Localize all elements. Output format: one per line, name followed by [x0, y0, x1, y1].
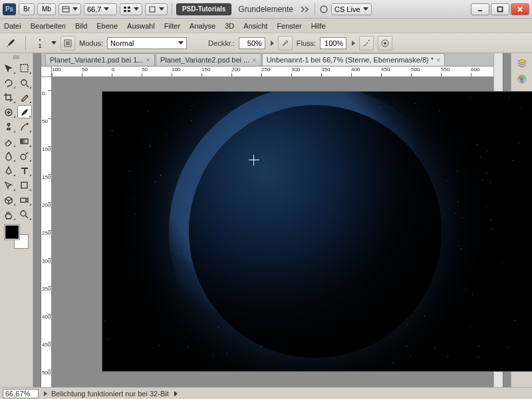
svg-rect-4	[124, 10, 126, 12]
zoom-tool[interactable]	[17, 207, 32, 221]
foreground-color[interactable]	[5, 225, 19, 239]
marquee-tool[interactable]	[17, 61, 32, 74]
current-tool-icon[interactable]	[4, 36, 19, 51]
type-tool[interactable]	[17, 164, 32, 177]
toolbox-grip[interactable]	[1, 55, 32, 60]
flow-input[interactable]: 100%	[320, 37, 346, 49]
left-gutter	[33, 53, 41, 387]
close-button[interactable]	[511, 3, 529, 15]
hand-tool[interactable]	[1, 207, 16, 221]
shape-tool[interactable]	[17, 178, 32, 192]
crosshair-cursor	[249, 155, 259, 166]
document-tab[interactable]: Planet_Variante2.psd bei ...×	[156, 53, 261, 66]
eyedropper-tool[interactable]	[17, 90, 32, 104]
svg-rect-21	[21, 139, 28, 144]
brush-tool[interactable]	[17, 105, 32, 118]
pen-tool[interactable]	[1, 164, 16, 177]
grid-icon	[123, 6, 131, 13]
path-select-tool[interactable]	[1, 178, 16, 192]
menu-datei[interactable]: Datei	[4, 22, 21, 30]
close-icon[interactable]: ×	[252, 56, 256, 64]
menu-ebene[interactable]: Ebene	[96, 22, 118, 30]
status-next[interactable]	[174, 391, 178, 396]
3d-camera-tool[interactable]	[17, 193, 32, 206]
bridge-button[interactable]: Br	[19, 3, 35, 15]
healing-tool[interactable]	[1, 105, 16, 118]
workspace-grundelemente[interactable]: Grundelemente	[234, 5, 297, 14]
document-tab[interactable]: Planet_Variante1.psd bei 1...×	[45, 53, 155, 66]
document-tab[interactable]: Unbenannt-1 bei 66,7% (Sterne, Ebenenmas…	[262, 53, 446, 66]
status-menu-toggle[interactable]	[44, 391, 47, 396]
canvas-area: Planet_Variante1.psd bei 1...× Planet_Va…	[41, 53, 493, 387]
close-icon[interactable]: ×	[436, 56, 440, 64]
opacity-pressure-button[interactable]	[278, 36, 293, 51]
svg-point-7	[321, 6, 327, 13]
color-swatches[interactable]	[5, 225, 29, 249]
lasso-tool[interactable]	[1, 76, 16, 89]
close-icon[interactable]: ×	[146, 56, 150, 64]
menu-fenster[interactable]: Fenster	[277, 22, 301, 30]
menu-bearbeiten[interactable]: Bearbeiten	[31, 22, 66, 30]
zoom-level-select[interactable]: 66,7	[84, 3, 117, 15]
svg-point-18	[21, 80, 27, 85]
status-bar: 66,67% Belichtung funktioniert nur bei 3…	[0, 387, 532, 399]
channels-icon[interactable]	[514, 72, 530, 86]
svg-rect-3	[128, 7, 130, 9]
menu-hilfe[interactable]: Hilfe	[311, 22, 326, 30]
document-tab-bar: Planet_Variante1.psd bei 1...× Planet_Va…	[41, 53, 493, 66]
ruler-origin[interactable]	[41, 66, 52, 77]
svg-rect-13	[66, 41, 70, 45]
chevrons-right-icon[interactable]	[300, 5, 311, 13]
svg-rect-17	[21, 65, 28, 72]
svg-rect-2	[124, 7, 126, 9]
svg-rect-6	[150, 7, 155, 12]
cslive-select[interactable]: CS Live	[331, 3, 372, 15]
blend-mode-select[interactable]: Normal	[107, 37, 187, 49]
menu-ansicht[interactable]: Ansicht	[243, 22, 267, 30]
blur-tool[interactable]	[1, 149, 16, 162]
minimize-button[interactable]	[471, 3, 489, 15]
crop-tool[interactable]	[1, 90, 16, 104]
move-tool[interactable]	[1, 61, 16, 74]
status-message: Belichtung funktioniert nur bei 32-Bit	[51, 390, 169, 398]
stamp-tool[interactable]	[1, 120, 16, 133]
svg-point-14	[368, 40, 370, 41]
arrange-select[interactable]	[120, 3, 142, 15]
layers-icon[interactable]	[514, 56, 530, 70]
svg-rect-9	[498, 7, 503, 11]
opacity-input[interactable]: 50%	[239, 37, 265, 49]
svg-rect-23	[21, 182, 27, 188]
tablet-pressure-button[interactable]	[378, 36, 392, 51]
minibridge-button[interactable]: Mb	[37, 3, 56, 15]
quick-select-tool[interactable]	[17, 76, 32, 89]
svg-rect-5	[128, 10, 130, 12]
maximize-button[interactable]	[491, 3, 509, 15]
eraser-tool[interactable]	[1, 134, 16, 148]
opacity-slider-toggle[interactable]	[271, 41, 274, 46]
menu-filter[interactable]: Filter	[164, 22, 180, 30]
history-brush-tool[interactable]	[17, 120, 32, 133]
viewport[interactable]	[52, 77, 493, 387]
flow-slider-toggle[interactable]	[352, 41, 355, 46]
gradient-tool[interactable]	[17, 134, 32, 148]
screen-mode-select[interactable]	[59, 3, 81, 15]
horizontal-ruler[interactable]: 1005005010015020025030035040045050055060…	[52, 66, 493, 77]
document-canvas[interactable]	[102, 92, 532, 371]
planet	[189, 105, 442, 358]
menu-3d[interactable]: 3D	[225, 22, 234, 30]
airbrush-button[interactable]	[359, 36, 374, 51]
zoom-field[interactable]: 66,67%	[3, 389, 39, 398]
menu-auswahl[interactable]: Auswahl	[127, 22, 155, 30]
photoshop-icon: Ps	[3, 3, 16, 15]
vertical-ruler[interactable]: 050100150200250300350400450500	[41, 77, 52, 387]
menu-analyse[interactable]: Analyse	[190, 22, 215, 30]
3d-tool[interactable]	[1, 193, 16, 206]
filmstrip-icon	[62, 6, 70, 13]
workspace-psd-tutorials[interactable]: PSD-Tutorials	[176, 3, 231, 15]
brush-preset-picker[interactable]: •1	[33, 36, 47, 51]
svg-point-29	[520, 78, 524, 82]
extras-select[interactable]	[145, 3, 168, 15]
dodge-tool[interactable]	[17, 149, 32, 162]
menu-bild[interactable]: Bild	[75, 22, 87, 30]
brush-panel-toggle[interactable]	[61, 36, 75, 51]
